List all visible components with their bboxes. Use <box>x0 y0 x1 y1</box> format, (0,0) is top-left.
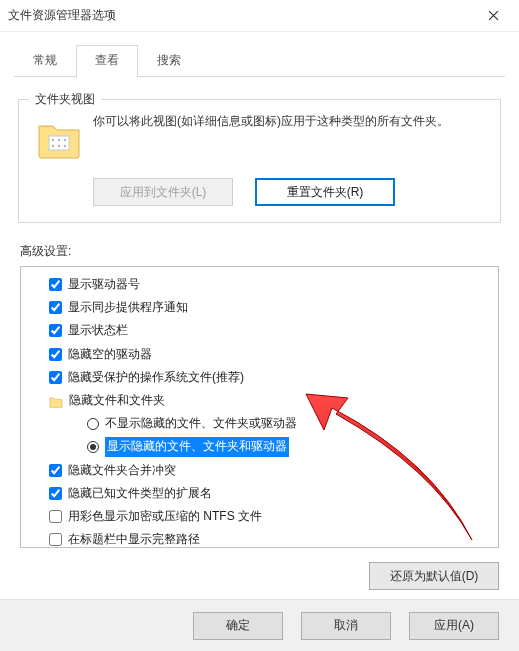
checkbox[interactable] <box>49 301 62 314</box>
checkbox[interactable] <box>49 371 62 384</box>
tree-label: 用彩色显示加密或压缩的 NTFS 文件 <box>68 507 262 526</box>
tree-label: 隐藏空的驱动器 <box>68 345 152 364</box>
close-button[interactable] <box>475 2 511 30</box>
tree-item[interactable]: 用彩色显示加密或压缩的 NTFS 文件 <box>25 505 494 528</box>
cancel-button[interactable]: 取消 <box>301 612 391 640</box>
checkbox[interactable] <box>49 510 62 523</box>
checkbox[interactable] <box>49 278 62 291</box>
tab-content-view: 文件夹视图 你可以将此视图(如详细信息或图标)应用于这种类型的所有文件夹。 应用… <box>14 77 505 590</box>
checkbox[interactable] <box>49 533 62 546</box>
tree-item[interactable]: 显示状态栏 <box>25 319 494 342</box>
tree-item[interactable]: 隐藏受保护的操作系统文件(推荐) <box>25 366 494 389</box>
titlebar: 文件资源管理器选项 <box>0 0 519 32</box>
folder-icon <box>35 116 83 164</box>
svg-point-1 <box>52 139 54 141</box>
radio-checked[interactable] <box>87 441 99 453</box>
tree-label: 隐藏文件和文件夹 <box>69 391 165 410</box>
folder-view-group: 文件夹视图 你可以将此视图(如详细信息或图标)应用于这种类型的所有文件夹。 应用… <box>18 99 501 223</box>
svg-point-4 <box>52 145 54 147</box>
tree-label: 显示同步提供程序通知 <box>68 298 188 317</box>
restore-defaults-button[interactable]: 还原为默认值(D) <box>369 562 499 590</box>
tab-general[interactable]: 常规 <box>14 45 76 78</box>
tree-item[interactable]: 隐藏文件夹合并冲突 <box>25 459 494 482</box>
ok-button[interactable]: 确定 <box>193 612 283 640</box>
checkbox[interactable] <box>49 324 62 337</box>
tree-label: 隐藏文件夹合并冲突 <box>68 461 176 480</box>
window-title: 文件资源管理器选项 <box>8 7 475 24</box>
advanced-settings-tree: 显示驱动器号 显示同步提供程序通知 显示状态栏 隐藏空的驱动器 隐藏受保护的操作… <box>20 266 499 548</box>
tree-item[interactable]: 在标题栏中显示完整路径 <box>25 528 494 547</box>
advanced-settings-scroll[interactable]: 显示驱动器号 显示同步提供程序通知 显示状态栏 隐藏空的驱动器 隐藏受保护的操作… <box>21 267 498 547</box>
tree-item-radio[interactable]: 不显示隐藏的文件、文件夹或驱动器 <box>25 412 494 435</box>
dialog-footer: 确定 取消 应用(A) <box>0 599 519 651</box>
apply-button[interactable]: 应用(A) <box>409 612 499 640</box>
tree-item-folder[interactable]: 隐藏文件和文件夹 <box>25 389 494 412</box>
tree-label: 在标题栏中显示完整路径 <box>68 530 200 547</box>
tree-item[interactable]: 显示同步提供程序通知 <box>25 296 494 319</box>
folder-view-legend: 文件夹视图 <box>29 91 101 108</box>
svg-point-5 <box>58 145 60 147</box>
tree-item[interactable]: 显示驱动器号 <box>25 273 494 296</box>
tabs-row: 常规 查看 搜索 <box>0 32 519 77</box>
advanced-settings-label: 高级设置: <box>20 243 499 260</box>
tree-item-radio-selected[interactable]: 显示隐藏的文件、文件夹和驱动器 <box>25 435 494 458</box>
tree-label: 不显示隐藏的文件、文件夹或驱动器 <box>105 414 297 433</box>
tree-label: 显示驱动器号 <box>68 275 140 294</box>
folder-mini-icon <box>49 395 63 407</box>
checkbox[interactable] <box>49 348 62 361</box>
tree-label: 显示状态栏 <box>68 321 128 340</box>
tree-label: 隐藏已知文件类型的扩展名 <box>68 484 212 503</box>
folder-view-description: 你可以将此视图(如详细信息或图标)应用于这种类型的所有文件夹。 <box>93 112 449 164</box>
svg-rect-0 <box>49 136 69 150</box>
reset-folders-button[interactable]: 重置文件夹(R) <box>255 178 395 206</box>
checkbox[interactable] <box>49 464 62 477</box>
svg-point-2 <box>58 139 60 141</box>
svg-point-3 <box>64 139 66 141</box>
apply-to-folders-button: 应用到文件夹(L) <box>93 178 233 206</box>
tree-label-highlighted: 显示隐藏的文件、文件夹和驱动器 <box>105 437 289 456</box>
svg-point-6 <box>64 145 66 147</box>
checkbox[interactable] <box>49 487 62 500</box>
radio-unchecked[interactable] <box>87 418 99 430</box>
tree-label: 隐藏受保护的操作系统文件(推荐) <box>68 368 244 387</box>
close-icon <box>488 10 499 21</box>
tree-item[interactable]: 隐藏空的驱动器 <box>25 343 494 366</box>
tab-search[interactable]: 搜索 <box>138 45 200 78</box>
tree-item[interactable]: 隐藏已知文件类型的扩展名 <box>25 482 494 505</box>
tab-view[interactable]: 查看 <box>76 45 138 78</box>
